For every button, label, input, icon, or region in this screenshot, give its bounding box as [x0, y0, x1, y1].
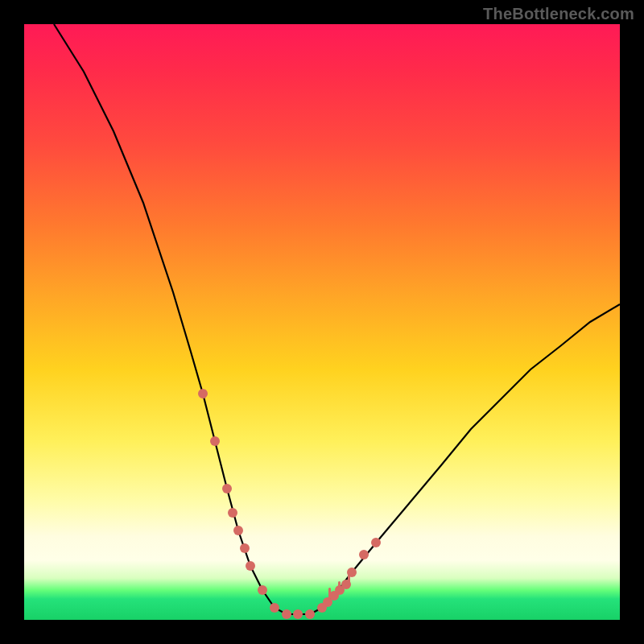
svg-point-8	[270, 603, 279, 613]
svg-rect-20	[328, 588, 331, 599]
svg-point-1	[210, 436, 220, 446]
curve-svg	[24, 24, 620, 620]
svg-point-18	[359, 550, 369, 559]
svg-point-7	[258, 585, 267, 595]
plot-area	[24, 24, 620, 620]
bottleneck-curve	[54, 24, 620, 614]
svg-rect-21	[338, 581, 341, 592]
svg-point-0	[198, 389, 208, 398]
svg-point-19	[371, 538, 381, 547]
svg-point-6	[246, 561, 255, 571]
chart-frame: TheBottleneck.com	[0, 0, 644, 644]
svg-point-5	[240, 543, 250, 553]
svg-point-10	[293, 609, 303, 619]
svg-point-9	[282, 609, 291, 619]
svg-point-4	[233, 526, 243, 535]
svg-point-3	[228, 508, 237, 518]
svg-point-2	[222, 484, 232, 493]
svg-rect-22	[348, 573, 350, 584]
watermark-text: TheBottleneck.com	[483, 5, 634, 23]
svg-point-11	[305, 609, 315, 619]
marker-dots	[198, 389, 381, 619]
